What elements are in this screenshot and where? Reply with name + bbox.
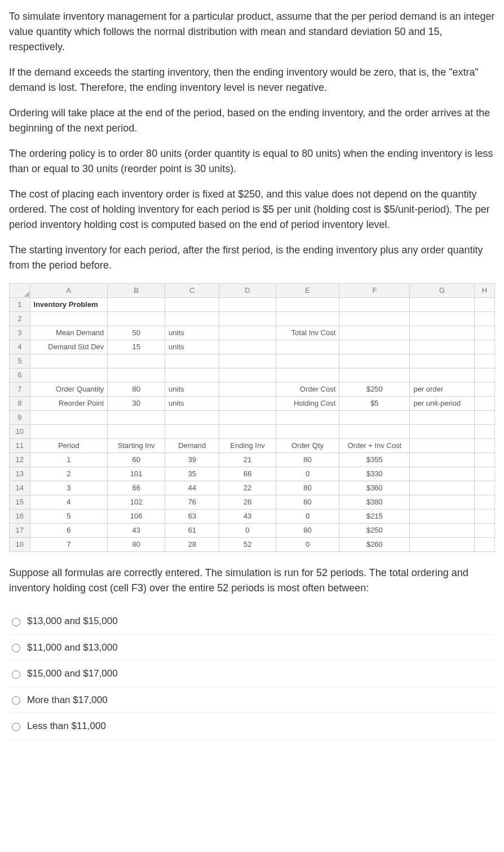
cell[interactable]: units [165, 326, 219, 340]
cell[interactable]: 60 [108, 453, 165, 467]
cell[interactable]: 50 [108, 326, 165, 340]
cell[interactable]: 6 [30, 524, 108, 538]
cell[interactable]: 15 [108, 340, 165, 354]
cell[interactable]: 43 [219, 510, 276, 524]
cell[interactable]: Order Qty [276, 439, 339, 453]
cell[interactable]: Total Inv Cost [276, 326, 339, 340]
col-header-C[interactable]: C [165, 284, 219, 298]
cell[interactable]: 66 [219, 467, 276, 481]
answer-radio[interactable] [12, 723, 20, 731]
answer-option[interactable]: $11,000 and $13,000 [9, 635, 495, 661]
cell[interactable]: Holding Cost [276, 397, 339, 411]
cell[interactable]: 80 [276, 524, 339, 538]
cell[interactable]: 35 [165, 467, 219, 481]
cell[interactable]: 7 [30, 538, 108, 552]
col-header-A[interactable]: A [30, 284, 108, 298]
cell[interactable]: 4 [30, 495, 108, 510]
answer-radio[interactable] [12, 670, 20, 679]
cell[interactable]: 44 [165, 481, 219, 495]
cell[interactable]: 1 [30, 453, 108, 467]
cell[interactable]: $360 [339, 481, 410, 495]
cell[interactable]: 21 [219, 453, 276, 467]
cell[interactable]: 0 [276, 538, 339, 552]
cell[interactable]: $250 [339, 383, 410, 397]
cell[interactable]: 5 [30, 510, 108, 524]
col-header-G[interactable]: G [410, 284, 474, 298]
cell[interactable]: Starting Inv [108, 439, 165, 453]
cell[interactable]: Order + Inv Cost [339, 439, 410, 453]
cell[interactable]: $5 [339, 397, 410, 411]
cell[interactable]: 63 [165, 510, 219, 524]
cell[interactable]: 61 [165, 524, 219, 538]
cell[interactable]: 102 [108, 495, 165, 510]
cell[interactable]: 22 [219, 481, 276, 495]
row-header[interactable]: 1 [10, 298, 30, 312]
col-header-F[interactable]: F [339, 284, 410, 298]
cell[interactable]: Order Quantity [30, 383, 108, 397]
cell[interactable]: 43 [108, 524, 165, 538]
cell[interactable]: 80 [276, 495, 339, 510]
cell[interactable]: 2 [30, 467, 108, 481]
cell[interactable]: 0 [219, 524, 276, 538]
row-header[interactable]: 7 [10, 383, 30, 397]
col-header-H[interactable]: H [474, 284, 494, 298]
cell[interactable]: $250 [339, 524, 410, 538]
cell[interactable]: 80 [108, 383, 165, 397]
row-header[interactable]: 6 [10, 368, 30, 383]
row-header[interactable]: 17 [10, 524, 30, 538]
row-header[interactable]: 2 [10, 312, 30, 326]
cell[interactable]: per order [410, 383, 474, 397]
cell[interactable]: 101 [108, 467, 165, 481]
row-header[interactable]: 9 [10, 411, 30, 425]
cell[interactable]: units [165, 397, 219, 411]
answer-radio[interactable] [12, 644, 20, 652]
row-header[interactable]: 12 [10, 453, 30, 467]
cell[interactable]: 66 [108, 481, 165, 495]
col-header-B[interactable]: B [108, 284, 165, 298]
cell[interactable]: 0 [276, 467, 339, 481]
cell[interactable]: 30 [108, 397, 165, 411]
cell[interactable]: 106 [108, 510, 165, 524]
cell[interactable]: $330 [339, 467, 410, 481]
row-header[interactable]: 8 [10, 397, 30, 411]
row-header[interactable]: 16 [10, 510, 30, 524]
cell[interactable]: Mean Demand [30, 326, 108, 340]
cell[interactable]: Reorder Point [30, 397, 108, 411]
select-all-corner[interactable] [10, 284, 30, 298]
cell[interactable]: Demand Std Dev [30, 340, 108, 354]
row-header[interactable]: 15 [10, 495, 30, 510]
cell[interactable]: $260 [339, 538, 410, 552]
answer-option[interactable]: $15,000 and $17,000 [9, 661, 495, 687]
cell[interactable]: 76 [165, 495, 219, 510]
row-header[interactable]: 13 [10, 467, 30, 481]
answer-option[interactable]: More than $17,000 [9, 687, 495, 714]
cell[interactable]: 80 [276, 453, 339, 467]
row-header[interactable]: 3 [10, 326, 30, 340]
cell[interactable]: 3 [30, 481, 108, 495]
answer-option[interactable]: Less than $11,000 [9, 713, 495, 740]
answer-radio[interactable] [12, 618, 20, 626]
cell[interactable]: 0 [276, 510, 339, 524]
cell[interactable]: Inventory Problem [30, 298, 108, 312]
cell[interactable]: Order Cost [276, 383, 339, 397]
row-header[interactable]: 14 [10, 481, 30, 495]
cell[interactable]: 52 [219, 538, 276, 552]
cell[interactable]: Ending Inv [219, 439, 276, 453]
row-header[interactable]: 5 [10, 354, 30, 368]
row-header[interactable]: 4 [10, 340, 30, 354]
cell[interactable]: per unit-period [410, 397, 474, 411]
answer-option[interactable]: $13,000 and $15,000 [9, 608, 495, 635]
col-header-E[interactable]: E [276, 284, 339, 298]
cell[interactable]: $355 [339, 453, 410, 467]
cell[interactable]: 80 [108, 538, 165, 552]
cell[interactable]: 39 [165, 453, 219, 467]
cell[interactable]: Demand [165, 439, 219, 453]
cell[interactable]: 26 [219, 495, 276, 510]
cell[interactable]: $215 [339, 510, 410, 524]
cell[interactable]: units [165, 383, 219, 397]
cell[interactable]: 80 [276, 481, 339, 495]
row-header[interactable]: 18 [10, 538, 30, 552]
col-header-D[interactable]: D [219, 284, 276, 298]
cell[interactable]: Period [30, 439, 108, 453]
cell[interactable]: units [165, 340, 219, 354]
